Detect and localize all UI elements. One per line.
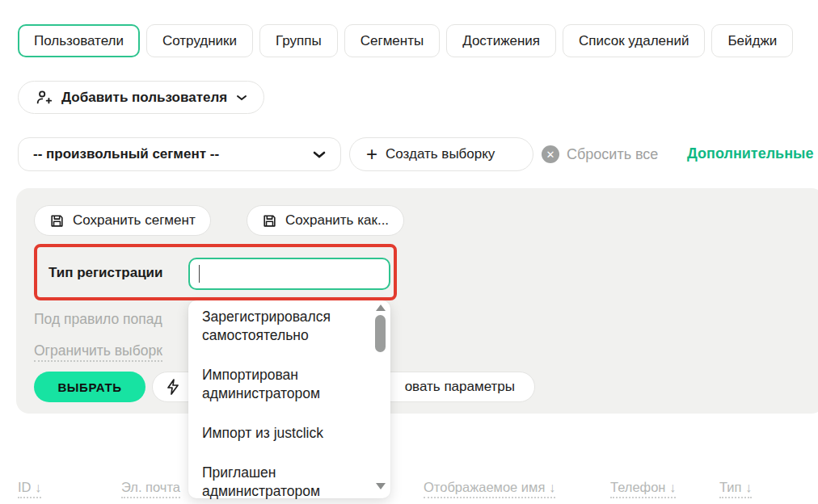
- column-header-id[interactable]: ID ↓: [18, 480, 41, 495]
- text-caret: [199, 265, 200, 283]
- add-user-label: Добавить пользователя: [61, 90, 227, 106]
- additional-link[interactable]: Дополнительные: [687, 145, 813, 162]
- tab-employees[interactable]: Сотрудники: [146, 24, 253, 57]
- create-selection-label: Создать выборку: [386, 146, 495, 162]
- dropdown-option-import-justclick[interactable]: Импорт из justclick: [202, 424, 363, 443]
- segment-select-value: -- произвольный сегмент --: [33, 146, 219, 162]
- limit-selection-link[interactable]: Ограничить выборк: [34, 342, 162, 359]
- dropdown-option-invited-by-admin[interactable]: Приглашен администратором: [202, 464, 363, 501]
- lightning-icon: [167, 379, 179, 395]
- chevron-down-icon: [236, 94, 247, 102]
- x-circle-icon: ✕: [542, 145, 559, 163]
- floppy-icon: [49, 213, 65, 229]
- segment-select[interactable]: -- произвольный сегмент --: [18, 137, 341, 171]
- scroll-down-icon[interactable]: [376, 483, 386, 489]
- plus-icon: +: [366, 145, 377, 164]
- select-button[interactable]: ВЫБРАТЬ: [34, 372, 145, 402]
- save-segment-button[interactable]: Сохранить сегмент: [34, 205, 211, 236]
- column-header-type[interactable]: Тип ↓: [719, 480, 752, 495]
- column-header-email[interactable]: Эл. почта: [121, 480, 180, 495]
- tab-deletion-list[interactable]: Список удалений: [563, 24, 705, 57]
- registration-type-dropdown: Зарегистрировался самостоятельно Импорти…: [188, 300, 390, 498]
- dropdown-scrollbar[interactable]: [373, 303, 387, 493]
- chevron-down-icon: [313, 150, 326, 159]
- tab-achievements[interactable]: Достижения: [446, 24, 556, 57]
- column-header-display-name[interactable]: Отображаемое имя ↓: [424, 480, 555, 495]
- tab-segments[interactable]: Сегменты: [344, 24, 440, 57]
- reset-all-button[interactable]: ✕ Сбросить все: [542, 145, 658, 163]
- add-user-button[interactable]: Добавить пользователя: [18, 81, 264, 114]
- scroll-up-icon[interactable]: [376, 304, 386, 311]
- params-button-label: овать параметры: [405, 379, 515, 395]
- tab-users[interactable]: Пользователи: [18, 24, 140, 57]
- floppy-icon: [262, 213, 277, 229]
- user-plus-icon: [35, 89, 53, 107]
- reset-all-label: Сбросить все: [567, 146, 658, 163]
- rule-matches-text: Под правило попад: [34, 311, 162, 328]
- scrollbar-thumb[interactable]: [375, 315, 386, 352]
- tab-bar: Пользователи Сотрудники Группы Сегменты …: [18, 24, 793, 57]
- dropdown-option-imported-by-admin[interactable]: Импортирован администратором: [202, 366, 363, 403]
- registration-type-label: Тип регистрации: [48, 265, 163, 281]
- column-header-phone[interactable]: Телефон ↓: [610, 480, 676, 495]
- tab-badges[interactable]: Бейджи: [711, 24, 793, 57]
- create-selection-button[interactable]: + Создать выборку: [349, 137, 533, 171]
- save-segment-label: Сохранить сегмент: [73, 212, 196, 229]
- registration-type-input[interactable]: [188, 258, 390, 290]
- save-as-button[interactable]: Сохранить как...: [247, 205, 404, 236]
- save-as-label: Сохранить как...: [285, 212, 389, 229]
- tab-groups[interactable]: Группы: [259, 24, 338, 57]
- dropdown-option-self-registered[interactable]: Зарегистрировался самостоятельно: [202, 308, 363, 345]
